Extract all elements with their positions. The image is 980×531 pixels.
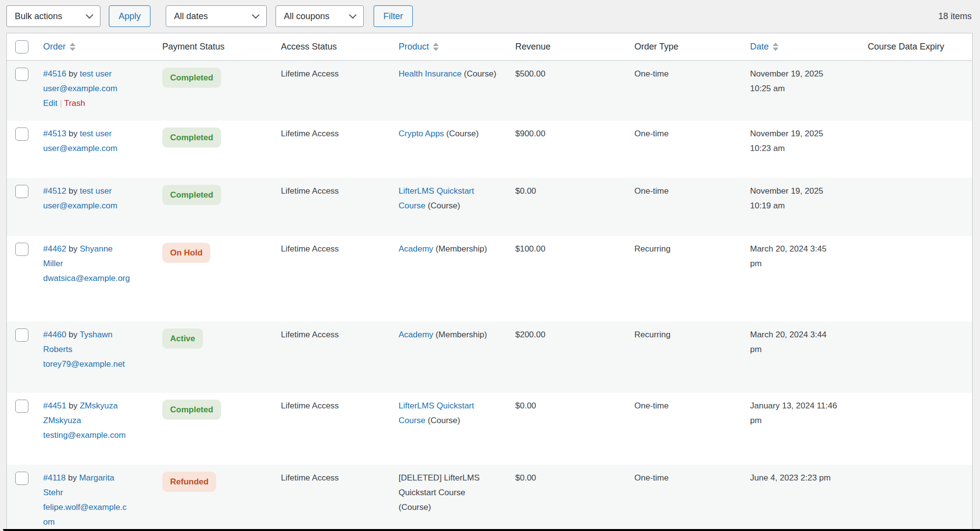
- product-link[interactable]: Health Insurance: [399, 69, 462, 78]
- payment-status-cell: Refunded: [156, 465, 275, 531]
- order-id-link[interactable]: #4462: [43, 244, 66, 253]
- column-label: Order Type: [634, 42, 678, 51]
- order-type-cell: One-time: [628, 121, 744, 178]
- row-checkbox[interactable]: [15, 472, 28, 485]
- payment-status-badge: Completed: [162, 185, 221, 205]
- order-type-cell: Recurring: [628, 236, 744, 322]
- order-id-link[interactable]: #4512: [43, 186, 66, 196]
- customer-link[interactable]: test user: [80, 129, 112, 138]
- items-count: 18 items: [938, 11, 973, 22]
- payment-status-cell: Completed: [156, 121, 275, 178]
- date-cell: June 4, 2023 2:23 pm: [744, 465, 862, 531]
- table-header-row: OrderPayment StatusAccess StatusProductR…: [7, 33, 972, 60]
- course-data-expiry-cell: [862, 61, 972, 121]
- payment-status-cell: Completed: [156, 61, 275, 121]
- row-checkbox[interactable]: [15, 185, 28, 198]
- row-checkbox[interactable]: [15, 329, 28, 342]
- customer-email-link[interactable]: felipe.wolf@example.com: [43, 500, 130, 530]
- column-label: Payment Status: [162, 42, 225, 51]
- product-cell: LifterLMS Quickstart Course (Course): [393, 178, 509, 236]
- row-checkbox[interactable]: [15, 243, 28, 256]
- course-data-expiry-cell: [862, 236, 972, 322]
- action-separator: |: [57, 99, 64, 108]
- edit-link[interactable]: Edit: [43, 99, 57, 108]
- payment-status-badge: On Hold: [162, 243, 210, 263]
- access-status-cell: Lifetime Access: [275, 393, 393, 465]
- order-id-link[interactable]: #4451: [43, 401, 66, 410]
- by-text: by: [66, 330, 79, 339]
- column-header-revenue: Revenue: [509, 42, 628, 52]
- product-link[interactable]: Crypto Apps: [399, 129, 444, 138]
- order-type-cell: One-time: [628, 393, 744, 465]
- date-cell: November 19, 2025 10:19 am: [744, 178, 862, 236]
- course-data-expiry-cell: [862, 393, 972, 465]
- column-header-access-status: Access Status: [275, 42, 393, 52]
- filter-button[interactable]: Filter: [374, 5, 413, 27]
- all-dates-select[interactable]: All dates: [166, 5, 267, 27]
- customer-link[interactable]: test user: [80, 186, 112, 196]
- customer-link[interactable]: test user: [80, 69, 112, 78]
- payment-status-badge: Completed: [162, 400, 221, 420]
- date-cell: March 20, 2024 3:44 pm: [744, 322, 862, 393]
- column-label: Revenue: [515, 42, 551, 51]
- column-label: Product: [399, 42, 429, 52]
- order-cell: #4512 by test useruser@example.com: [37, 178, 156, 236]
- access-status-cell: Lifetime Access: [275, 465, 393, 531]
- customer-email-link[interactable]: dwatsica@example.org: [43, 271, 130, 286]
- order-type-cell: One-time: [628, 61, 744, 121]
- customer-email-link[interactable]: user@example.com: [43, 199, 130, 213]
- by-text: by: [66, 69, 79, 78]
- column-label: Order: [43, 42, 66, 52]
- row-checkbox[interactable]: [15, 68, 28, 81]
- course-data-expiry-cell: [862, 322, 972, 393]
- customer-email-link[interactable]: testing@example.com: [43, 428, 130, 443]
- apply-button[interactable]: Apply: [109, 5, 151, 27]
- column-label: Access Status: [281, 42, 337, 51]
- select-all-checkbox[interactable]: [15, 40, 28, 53]
- table-header: OrderPayment StatusAccess StatusProductR…: [7, 33, 972, 61]
- product-link[interactable]: Academy: [399, 330, 433, 339]
- row-actions: Edit | Trash: [43, 96, 130, 111]
- product-cell: Academy (Membership): [393, 236, 509, 322]
- column-header-order[interactable]: Order: [37, 42, 156, 52]
- table-row: #4118 by Margarita Stehrfelipe.wolf@exam…: [7, 465, 972, 531]
- trash-link[interactable]: Trash: [64, 99, 85, 108]
- customer-email-link[interactable]: user@example.com: [43, 141, 130, 156]
- date-cell: November 19, 2025 10:23 am: [744, 121, 862, 178]
- revenue-cell: $0.00: [509, 393, 628, 465]
- customer-email-link[interactable]: torey79@example.net: [43, 357, 130, 372]
- course-data-expiry-cell: [862, 465, 972, 531]
- order-id-link[interactable]: #4118: [43, 473, 66, 482]
- order-cell: #4462 by Shyanne Millerdwatsica@example.…: [37, 236, 156, 322]
- all-coupons-select[interactable]: All coupons: [276, 5, 364, 27]
- order-id-link[interactable]: #4516: [43, 69, 66, 78]
- table-row: #4462 by Shyanne Millerdwatsica@example.…: [7, 236, 972, 322]
- bulk-actions-select[interactable]: Bulk actions: [6, 5, 101, 27]
- order-id-link[interactable]: #4460: [43, 330, 66, 339]
- payment-status-cell: Active: [156, 322, 275, 393]
- order-type-cell: Recurring: [628, 322, 744, 393]
- table-body: #4516 by test useruser@example.comEdit |…: [7, 61, 972, 531]
- orders-table: OrderPayment StatusAccess StatusProductR…: [6, 33, 973, 531]
- payment-status-badge: Refunded: [162, 472, 216, 492]
- product-link[interactable]: LifterLMS Quickstart Course: [399, 186, 474, 210]
- column-header-product[interactable]: Product: [393, 42, 509, 52]
- row-select-cell: [7, 236, 37, 322]
- row-select-cell: [7, 393, 37, 465]
- row-checkbox[interactable]: [15, 127, 28, 141]
- product-link[interactable]: Academy: [399, 244, 433, 253]
- by-text: by: [66, 129, 79, 138]
- row-checkbox[interactable]: [15, 400, 28, 413]
- customer-email-link[interactable]: user@example.com: [43, 81, 130, 96]
- order-id-link[interactable]: #4513: [43, 129, 66, 138]
- product-link[interactable]: LifterLMS Quickstart Course: [399, 401, 474, 425]
- course-data-expiry-cell: [862, 121, 972, 178]
- bulk-actions-label: Bulk actions: [15, 11, 62, 22]
- column-header-date[interactable]: Date: [744, 42, 862, 52]
- column-header-course-data-expiry: Course Data Expiry: [862, 42, 972, 52]
- product-cell: LifterLMS Quickstart Course (Course): [393, 393, 509, 465]
- column-label: Course Data Expiry: [868, 42, 944, 51]
- access-status-cell: Lifetime Access: [275, 121, 393, 178]
- revenue-cell: $0.00: [509, 178, 628, 236]
- date-cell: March 20, 2024 3:45 pm: [744, 236, 862, 322]
